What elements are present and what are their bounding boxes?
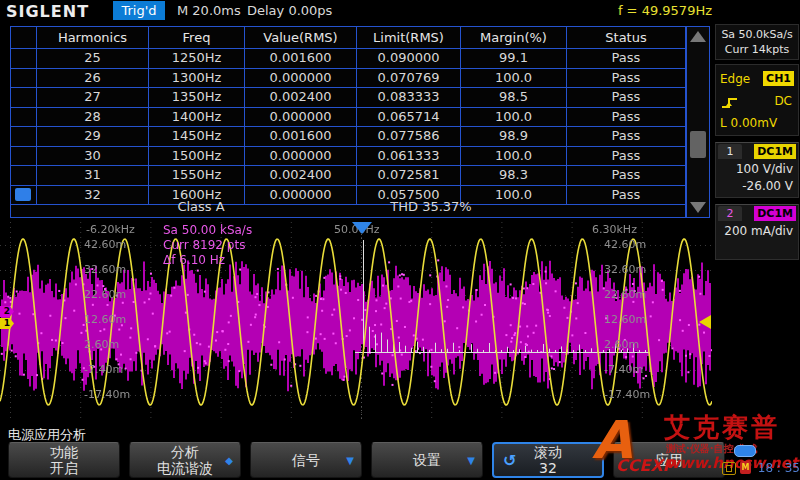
channel2-info-box[interactable]: 2 DC1M 200 mA/div <box>715 204 799 260</box>
status-cell: Pass <box>567 108 685 128</box>
scroll-down-icon[interactable] <box>690 202 706 213</box>
trigger-level-readout: L 0.00mV <box>720 112 794 134</box>
channel1-scale-readout: 100 V/div <box>716 161 798 178</box>
channel1-number-tab[interactable]: 1 <box>718 144 742 159</box>
margin-cell: 98.5 <box>461 88 567 108</box>
rotate-knob-icon: ↺ <box>503 451 516 470</box>
status-cell: Pass <box>567 147 685 167</box>
channel2-coupling-badge: DC1M <box>754 206 796 221</box>
scale-label-left: 2.60m <box>84 338 119 351</box>
fft-acquisition-info: Sa 50.00 kSa/s Curr 8192 pts Δf 6.10 Hz <box>163 223 252 268</box>
value-cell: 0.000000 <box>245 147 357 167</box>
harmonics-row-25[interactable]: 251250Hz0.0016000.09000099.1Pass <box>11 49 685 69</box>
rising-edge-icon <box>720 94 742 108</box>
scale-label-left: 12.60m <box>84 313 126 326</box>
row-select-indicator <box>11 88 37 108</box>
scale-label-right: 42.60m <box>604 238 646 251</box>
channel1-info-box[interactable]: 1 DC1M 100 V/div -26.00 V <box>715 142 799 198</box>
limit-cell: 0.061333 <box>357 147 461 167</box>
harmonics-row-31[interactable]: 311550Hz0.0024000.07258198.3Pass <box>11 166 685 186</box>
status-cell: Pass <box>567 127 685 147</box>
channel2-scale-readout: 200 mA/div <box>716 223 798 240</box>
softkey-label: 设置 <box>413 452 441 468</box>
channel2-number-tab[interactable]: 2 <box>718 206 742 221</box>
harmonics-row-28[interactable]: 281400Hz0.0000000.065714100.0Pass <box>11 108 685 128</box>
trigger-position-icon[interactable] <box>352 222 372 234</box>
class-label: Class A <box>131 197 271 217</box>
trigger-level-icon[interactable] <box>699 315 711 329</box>
harmonics-table-header: Harmonics Freq Value(RMS) Limit(RMS) Mar… <box>11 27 685 49</box>
thd-label: THD 35.37% <box>321 197 541 217</box>
softkey-6[interactable]: 应用 <box>613 442 725 478</box>
softkey-4[interactable]: 设置▼ <box>371 442 483 478</box>
harmonics-row-30[interactable]: 301500Hz0.0000000.061333100.0Pass <box>11 147 685 167</box>
scale-label-left: -7.40m <box>84 363 123 376</box>
trigger-source-badge: CH1 <box>763 71 794 86</box>
row-select-indicator <box>11 108 37 128</box>
harmonics-row-27[interactable]: 271350Hz0.0024000.08333398.5Pass <box>11 88 685 108</box>
scale-label-right: 2.60m <box>604 338 639 351</box>
channel2-offset-readout <box>716 240 798 257</box>
sample-rate-readout: Sa 50.0kSa/s <box>716 27 798 42</box>
scale-label-right: 32.60m <box>604 263 646 276</box>
limit-cell: 0.065714 <box>357 108 461 128</box>
header-status: Status <box>567 27 685 49</box>
softkey-label: 信号 <box>292 452 320 468</box>
freq-cell: 1250Hz <box>149 49 245 69</box>
softkey-label: 应用 <box>655 452 683 468</box>
value-cell: 0.000000 <box>245 108 357 128</box>
fft-right-freq-label: 6.30kHz <box>592 223 637 236</box>
scale-label-left: -17.40m <box>84 388 130 401</box>
harmonics-table-footer: Class A THD 35.37% <box>11 197 685 217</box>
value-cell: 0.001600 <box>245 49 357 69</box>
header-value: Value(RMS) <box>245 27 357 49</box>
freq-cell: 1300Hz <box>149 69 245 89</box>
row-select-indicator <box>11 147 37 167</box>
header-select-col <box>11 27 37 49</box>
limit-cell: 0.072581 <box>357 166 461 186</box>
oscilloscope-screen: SIGLENT Trig'd M 20.0ms Delay 0.00ps f =… <box>0 0 800 480</box>
softkey-1[interactable]: 功能开启 <box>8 442 120 478</box>
siglent-logo: SIGLENT <box>6 2 89 21</box>
scale-label-right: 22.60m <box>604 288 646 301</box>
acquisition-info-box[interactable]: Sa 50.0kSa/s Curr 14kpts <box>715 24 799 60</box>
freq-cell: 1450Hz <box>149 127 245 147</box>
harmonics-row-26[interactable]: 261300Hz0.0000000.070769100.0Pass <box>11 69 685 89</box>
storage-icon: M <box>740 461 751 474</box>
header-limit: Limit(RMS) <box>357 27 461 49</box>
limit-cell: 0.077586 <box>357 127 461 147</box>
channel1-offset-readout: -26.00 V <box>716 178 798 195</box>
value-cell: 0.000000 <box>245 69 357 89</box>
delay-readout: Delay 0.00ps <box>247 3 332 18</box>
trigger-info-box[interactable]: Edge CH1 DC L 0.00mV <box>715 64 799 136</box>
trigger-status-badge: Trig'd <box>113 1 165 20</box>
scale-label-left: 22.60m <box>84 288 126 301</box>
usb-icon <box>722 462 736 475</box>
header-harmonics: Harmonics <box>37 27 149 49</box>
softkey-menu: 功能开启分析电流谐波◆信号▼设置▼↺滚动32应用 <box>8 442 800 478</box>
scrollbar-thumb[interactable] <box>690 131 706 158</box>
trigger-type-label: Edge <box>720 72 750 86</box>
softkey-2[interactable]: 分析电流谐波◆ <box>129 442 241 478</box>
table-scrollbar[interactable] <box>686 26 710 218</box>
scroll-up-icon[interactable] <box>690 31 706 42</box>
waveform-display: -6.20kHz 50.00Hz 6.30kHz Sa 50.00 kSa/s … <box>0 222 712 420</box>
trigger-coupling-label: DC <box>774 90 792 112</box>
softkey-3[interactable]: 信号▼ <box>250 442 362 478</box>
margin-cell: 99.1 <box>461 49 567 69</box>
harmonics-row-29[interactable]: 291450Hz0.0016000.07758698.9Pass <box>11 127 685 147</box>
fft-sample-rate: Sa 50.00 kSa/s <box>163 223 252 238</box>
chevron-down-icon: ▼ <box>346 455 354 466</box>
row-select-indicator <box>11 166 37 186</box>
header-margin: Margin(%) <box>461 27 567 49</box>
softkey-label: 滚动32 <box>534 444 562 476</box>
status-cell: Pass <box>567 166 685 186</box>
fft-points: Curr 8192 pts <box>163 238 252 253</box>
value-cell: 0.002400 <box>245 88 357 108</box>
softkey-5[interactable]: ↺滚动32 <box>492 442 604 478</box>
harmonic-cell: 31 <box>37 166 149 186</box>
chevron-down-icon: ▼ <box>467 455 475 466</box>
value-cell: 0.001600 <box>245 127 357 147</box>
frequency-counter: f = 49.9579Hz <box>606 3 712 18</box>
scale-label-right: -17.40m <box>604 388 650 401</box>
